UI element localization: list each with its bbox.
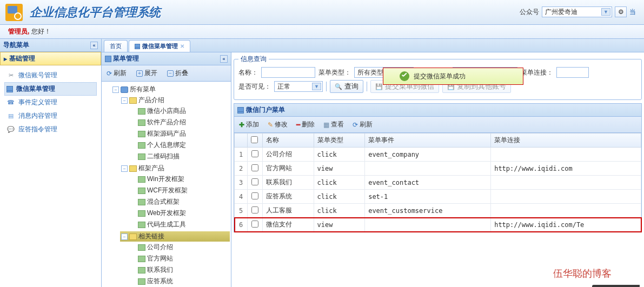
col-num (235, 134, 248, 148)
tree-leaf[interactable]: WCF开发框架 (129, 185, 230, 196)
tree-leaf[interactable]: 二维码扫描 (129, 151, 230, 162)
account-label: 公众号 (520, 8, 539, 17)
grid-toolbar: ✚添加 ✎修改 ━删除 ▦查看 ⟳刷新 (234, 117, 641, 133)
name-label: 名称： (238, 68, 258, 77)
collapse-icon[interactable]: « (90, 42, 98, 49)
db-icon (121, 86, 128, 93)
minus-icon: ━ (296, 121, 300, 129)
view-button[interactable]: ▦查看 (321, 118, 347, 131)
tree-leaf[interactable]: Web开发框架 (129, 208, 230, 218)
tree-leaf[interactable]: 应答系统 (129, 276, 230, 286)
tree-leaf[interactable]: 混合式框架 (129, 197, 230, 207)
logo: 企业信息化平台管理系统 (5, 4, 161, 21)
cell-link: http://www.iqidi.com (491, 162, 641, 176)
nav-item-message[interactable]: ▤消息内容管理 (4, 109, 97, 123)
settings-button[interactable]: ⚙ (615, 6, 627, 17)
cell-event: event_contact (365, 176, 491, 190)
app-icon (138, 108, 145, 115)
nav-item-event-def[interactable]: ☎事件定义管理 (4, 96, 97, 109)
col-name[interactable]: 名称 (263, 134, 314, 148)
delete-button[interactable]: ━删除 (294, 118, 317, 131)
tree-leaf[interactable]: 官方网站 (129, 253, 230, 264)
collapse-icon[interactable]: « (220, 55, 228, 63)
name-input[interactable] (261, 67, 315, 78)
success-toast: 提交微信菜单成功 (383, 68, 523, 85)
save-icon: 💾 (375, 83, 383, 90)
tree-root[interactable]: 所有菜单 (111, 84, 230, 95)
edit-button[interactable]: ✎修改 (265, 118, 290, 131)
nav-item-wechat-menu[interactable]: 微信菜单管理 (4, 82, 97, 96)
col-link[interactable]: 菜单连接 (491, 134, 641, 148)
row-number: 4 (235, 190, 248, 204)
col-type[interactable]: 菜单类型 (314, 134, 365, 148)
link-label: 菜单连接： (521, 68, 553, 77)
refresh-button[interactable]: ⟳刷新 (104, 67, 129, 79)
tree-panel: 菜单管理 « ⟳刷新 +展开 −折叠 所有菜单 产品介绍 微信 (102, 52, 231, 287)
refresh-icon: ⟳ (107, 70, 112, 77)
plus-icon: + (136, 70, 143, 77)
wrench-icon: ✂ (6, 71, 15, 80)
tree-node[interactable]: 产品介绍 (120, 95, 230, 105)
table-row[interactable]: 4 应答系统 click set-1 (235, 190, 641, 204)
tree: 所有菜单 产品介绍 微信小店商品 软件产品介绍 框架源码产品 个人信息绑定 二维… (102, 82, 231, 287)
app-icon (138, 142, 145, 149)
visible-select[interactable]: 正常 (274, 81, 323, 92)
nav-item-reply[interactable]: 💬应答指令管理 (4, 123, 97, 136)
table-row[interactable]: 5 人工客服 click event_customservice (235, 204, 641, 218)
row-checkbox[interactable] (251, 221, 258, 228)
expand-button[interactable]: +展开 (134, 67, 160, 79)
cell-type: click (314, 176, 365, 190)
tree-leaf[interactable]: Win开发框架 (129, 174, 230, 184)
table-row[interactable]: 2 官方网站 view http://www.iqidi.com (235, 162, 641, 176)
col-event[interactable]: 菜单事件 (365, 134, 491, 148)
tree-leaf[interactable]: 代码生成工具 (129, 219, 230, 230)
grid-icon: ▦ (323, 121, 329, 129)
main-content: 信息查询 名称： 菜单类型： 所有类型 菜单事件： 菜单连接： (231, 52, 644, 287)
cell-name: 官方网站 (263, 162, 314, 176)
row-checkbox[interactable] (251, 206, 258, 213)
app-icon (138, 176, 145, 183)
tree-node[interactable]: 框架产品 (120, 163, 230, 173)
admin-label: 管理员, (8, 28, 29, 35)
table-row[interactable]: 6 微信支付 view http://www.iqidi.com/Te (235, 218, 641, 232)
type-label: 菜单类型： (318, 68, 351, 77)
cell-event (365, 218, 491, 232)
tree-leaf[interactable]: 联系我们 (129, 265, 230, 275)
app-icon (138, 131, 145, 137)
row-checkbox[interactable] (251, 164, 258, 171)
nav-panel: 导航菜单 « ▸基础管理 ✂微信账号管理 微信菜单管理 ☎事件定义管理 ▤消息内… (0, 39, 102, 287)
tree-node-selected[interactable]: 相关链接 (120, 231, 230, 242)
tab-home[interactable]: 首页 (104, 40, 128, 52)
row-checkbox[interactable] (251, 192, 258, 199)
table-row[interactable]: 3 联系我们 click event_contact (235, 176, 641, 190)
cell-event: event_company (365, 148, 491, 162)
tree-leaf[interactable]: 软件产品介绍 (129, 117, 230, 128)
select-all-checkbox[interactable] (251, 136, 258, 143)
tree-leaf[interactable]: 框架源码产品 (129, 129, 230, 139)
nav-group-basic[interactable]: ▸基础管理 (0, 52, 101, 65)
search-legend: 信息查询 (238, 55, 269, 64)
tree-leaf[interactable]: 个人信息绑定 (129, 140, 230, 150)
app-title: 企业信息化平台管理系统 (30, 4, 161, 21)
right-link[interactable]: 当 (629, 8, 636, 17)
tree-leaf[interactable]: 公司介绍 (129, 242, 230, 252)
row-checkbox[interactable] (251, 150, 258, 157)
refresh-button[interactable]: ⟳刷新 (350, 118, 375, 131)
cell-type: click (314, 190, 365, 204)
app-header: 企业信息化平台管理系统 公众号 广州爱奇迪 ⚙ 当 (0, 0, 644, 25)
nav-item-wechat-account[interactable]: ✂微信账号管理 (4, 69, 97, 82)
row-checkbox[interactable] (251, 178, 258, 185)
close-icon[interactable]: ✕ (180, 43, 184, 49)
query-button[interactable]: 🔍查询 (330, 80, 363, 93)
cell-name: 人工客服 (263, 204, 314, 218)
table-row[interactable]: 1 公司介绍 click event_company (235, 148, 641, 162)
collapse-button[interactable]: −折叠 (164, 67, 191, 79)
tree-leaf[interactable]: 微信小店商品 (129, 106, 230, 116)
add-button[interactable]: ✚添加 (236, 118, 262, 131)
account-select[interactable]: 广州爱奇迪 (542, 6, 612, 17)
link-input[interactable] (556, 67, 589, 78)
cell-event (365, 162, 491, 176)
main-tabstrip: 首页 微信菜单管理✕ (102, 39, 644, 52)
visible-label: 是否可见： (238, 82, 271, 91)
tab-wechat-menu[interactable]: 微信菜单管理✕ (129, 40, 190, 52)
